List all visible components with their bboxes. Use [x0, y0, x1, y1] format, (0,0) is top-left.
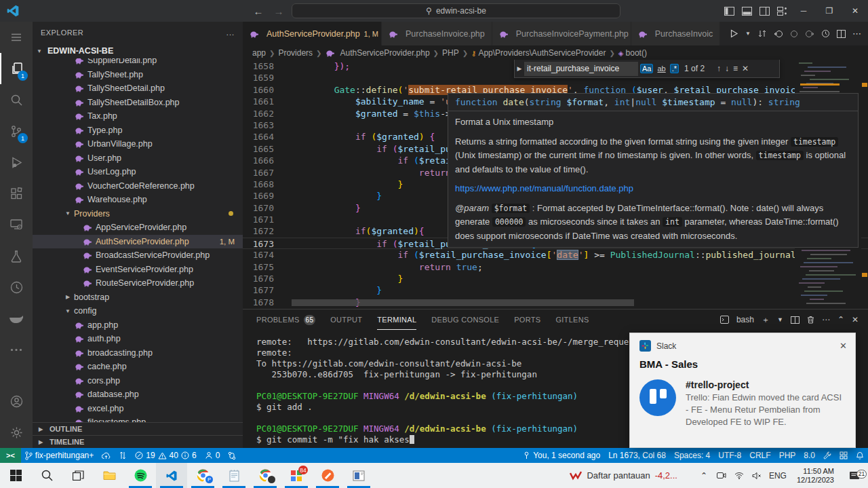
tree-folder-config[interactable]: ▼config [33, 304, 243, 318]
tree-item[interactable]: Type.php [33, 124, 243, 138]
panel-tab-terminal[interactable]: TERMINAL [377, 309, 416, 330]
indentation-status[interactable]: Spaces: 4 [670, 448, 714, 463]
find-in-selection-button[interactable]: ≡ [733, 64, 738, 73]
close-find-button[interactable]: ✕ [742, 64, 749, 73]
tree-item[interactable]: filesystems.php [33, 415, 243, 422]
wifi-icon[interactable] [730, 472, 748, 479]
panel-tab-problems[interactable]: PROBLEMS65 [256, 309, 315, 330]
find-next-button[interactable]: ↓ [725, 64, 729, 73]
account-icon[interactable] [0, 386, 33, 417]
breadcrumb-item[interactable]: PHP [442, 48, 459, 58]
tree-item[interactable]: BroadcastServiceProvider.php [33, 248, 243, 263]
toggle-sidebar-icon[interactable] [720, 0, 738, 22]
panel-more-actions-icon[interactable]: ⋯ [822, 315, 830, 324]
tree-item[interactable]: AuthServiceProvider.php1, M [33, 235, 243, 249]
time-tracker-icon[interactable] [0, 271, 33, 303]
compare-changes-button[interactable] [115, 448, 131, 463]
encoding-status[interactable]: UTF-8 [714, 448, 745, 463]
orange-pen-app-icon[interactable] [312, 463, 343, 488]
settings-gear-icon[interactable] [0, 417, 33, 448]
prev-change-icon[interactable] [774, 30, 783, 38]
explorer-more-actions-icon[interactable]: ... [226, 29, 235, 37]
menu-icon[interactable] [0, 22, 33, 53]
source-control-icon[interactable]: 1 [0, 115, 33, 147]
find-expand-icon[interactable]: ▶ [515, 65, 524, 72]
open-changes-icon[interactable] [757, 29, 767, 38]
tree-item[interactable]: app.php [33, 318, 243, 333]
language-indicator[interactable]: ENG [766, 471, 790, 481]
tree-item[interactable]: EventServiceProvider.php [33, 263, 243, 277]
tree-item[interactable]: database.php [33, 388, 243, 402]
maximize-panel-icon[interactable]: ⌃ [837, 315, 844, 324]
eol-status[interactable]: CRLF [745, 448, 774, 463]
notepad-icon[interactable] [218, 463, 250, 488]
publish-changes-button[interactable] [98, 448, 115, 463]
nav-back-button[interactable]: ← [251, 5, 266, 17]
remote-explorer-icon[interactable] [0, 209, 33, 240]
remote-indicator[interactable]: >< [0, 448, 21, 463]
shell-label[interactable]: bash [736, 315, 754, 324]
tree-item[interactable]: UrbanVillage.php [33, 137, 243, 151]
nav-forward-button[interactable]: → [271, 5, 286, 17]
tree-item[interactable]: broadcasting.php [33, 346, 243, 360]
split-editor-icon[interactable] [837, 30, 846, 38]
panel-tab-output[interactable]: OUTPUT [330, 309, 362, 330]
editor-tab[interactable]: PurchaseInvoice.php [382, 22, 492, 45]
editor-tab[interactable]: AuthServiceProvider.php1, M✕ [243, 22, 382, 45]
match-case-toggle[interactable]: Aa [640, 64, 653, 73]
taskbar-clock[interactable]: 11:50 AM 12/12/2023 [790, 467, 841, 485]
breadcrumb[interactable]: app❯Providers❯AuthServiceProvider.php❯PH… [243, 45, 868, 60]
docker-icon[interactable] [0, 303, 33, 334]
notifications-status[interactable] [852, 448, 868, 463]
tree-item[interactable]: SupplierDetail.php [33, 58, 243, 68]
breadcrumb-item[interactable]: Providers [278, 48, 313, 58]
more-actions-icon[interactable]: ⋯ [852, 29, 861, 39]
minimize-button[interactable]: ─ [791, 0, 816, 22]
panel-tab-gitlens[interactable]: GITLENS [555, 309, 589, 330]
taskbar-search-button[interactable] [31, 463, 62, 488]
find-input[interactable]: it-retail_purchase_invoice [524, 62, 638, 76]
terminal-dropdown-icon[interactable]: ▼ [777, 316, 783, 323]
run-button[interactable] [730, 29, 738, 38]
tools-status[interactable] [819, 448, 835, 463]
whole-word-toggle[interactable]: ab [655, 64, 667, 73]
slack-notification-toast[interactable]: Slack ✕ BMA - Sales #trello-project Trel… [629, 333, 856, 448]
meet-now-icon[interactable] [713, 472, 730, 479]
new-terminal-button[interactable]: ＋ [762, 314, 770, 326]
breadcrumb-item[interactable]: app [252, 48, 266, 58]
extensions-icon[interactable] [0, 178, 33, 209]
chrome-profile2-icon[interactable] [250, 463, 281, 488]
tree-item[interactable]: auth.php [33, 332, 243, 346]
ports-status[interactable] [835, 448, 852, 463]
tree-item[interactable]: TallySheetDetailBox.php [33, 96, 243, 110]
volume-muted-icon[interactable] [748, 472, 766, 480]
explorer-icon[interactable]: 1 [0, 53, 33, 84]
close-window-button[interactable]: ✕ [842, 0, 868, 22]
next-change-icon[interactable] [805, 30, 814, 38]
start-button[interactable] [0, 463, 31, 488]
snipping-app-icon[interactable] [343, 463, 374, 488]
breadcrumb-item[interactable]: AuthServiceProvider.php [340, 48, 430, 58]
git-branch-status[interactable]: fix-perhitungan+ [21, 448, 98, 463]
spotify-icon[interactable] [125, 463, 156, 488]
tree-item[interactable]: cors.php [33, 374, 243, 388]
tree-item[interactable]: User.php [33, 151, 243, 166]
editor-tab[interactable]: PurchaseInvoicePayment.php [492, 22, 631, 45]
tree-item[interactable]: VoucherCodeReference.php [33, 179, 243, 193]
hidden-icons-chevron[interactable]: ⌃ [695, 471, 713, 481]
gitlens-blame-status[interactable]: You, 1 second ago [519, 448, 604, 463]
tree-item[interactable]: RouteServiceProvider.php [33, 276, 243, 290]
chrome-profile1-icon[interactable]: P [187, 463, 218, 488]
outline-section-header[interactable]: ▶ OUTLINE [33, 422, 243, 435]
restore-button[interactable]: ❐ [816, 0, 842, 22]
tree-folder-bootstrap[interactable]: ▶bootstrap [33, 290, 243, 305]
stocks-widget[interactable]: Daftar pantauan -4,2... [570, 470, 694, 481]
run-dropdown-icon[interactable]: ▼ [745, 31, 751, 37]
tree-item[interactable]: Warehouse.php [33, 193, 243, 207]
current-change-icon[interactable] [790, 30, 798, 38]
panel-tab-debug-console[interactable]: DEBUG CONSOLE [431, 309, 499, 330]
close-toast-button[interactable]: ✕ [840, 341, 847, 351]
php-version-status[interactable]: 8.0 [800, 448, 819, 463]
find-previous-button[interactable]: ↑ [717, 64, 721, 73]
todo-count-status[interactable]: 0 [201, 448, 224, 463]
